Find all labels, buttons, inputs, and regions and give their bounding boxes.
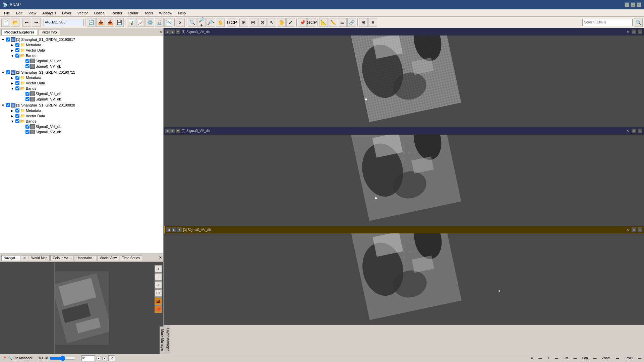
menu-optical[interactable]: Optical bbox=[91, 10, 108, 16]
dataset-3-vh-row[interactable]: Sigma0_VH_db bbox=[1, 124, 163, 129]
gcp-button[interactable]: GCP bbox=[228, 18, 236, 27]
chart-button[interactable]: 📊 bbox=[127, 18, 135, 27]
dataset-3-metadata-row[interactable]: ▶ 📁 Metadata bbox=[1, 108, 163, 113]
tool3-button[interactable]: ⊠ bbox=[258, 18, 267, 27]
minimize-button[interactable]: ─ bbox=[625, 2, 629, 7]
nav-zoom-actual-button[interactable]: 1:1 bbox=[155, 289, 162, 297]
dataset-2-row[interactable]: ▼ S [2] Shanghai_S1_GRDM_20190711 bbox=[1, 70, 163, 75]
nav-zoom-fit-button[interactable]: ⤢ bbox=[155, 281, 162, 289]
menu-vector[interactable]: Vector bbox=[75, 10, 91, 16]
tab-colour-manip[interactable]: Colour Ma... bbox=[50, 255, 73, 261]
status-slider[interactable] bbox=[49, 356, 76, 360]
viewer-2-close[interactable]: ✕ bbox=[626, 129, 629, 133]
maximize-button[interactable]: □ bbox=[631, 2, 635, 7]
tab-product-explorer[interactable]: Product Explorer bbox=[1, 29, 37, 35]
viewer-3-next[interactable]: ▶ bbox=[172, 227, 176, 232]
gcp2-button[interactable]: GCP bbox=[307, 18, 316, 27]
bands-3-checkbox[interactable] bbox=[15, 119, 19, 123]
zoom-in-button[interactable]: 🔎+ bbox=[197, 18, 206, 27]
viewer-2-prev[interactable]: ◀ bbox=[165, 129, 170, 133]
tab-uncertainty[interactable]: Uncertaint... bbox=[74, 255, 97, 261]
dataset-2-vv-row[interactable]: Sigma0_VV_db bbox=[1, 96, 163, 102]
metadata-1-checkbox[interactable] bbox=[15, 43, 19, 47]
menu-layer[interactable]: Layer bbox=[59, 10, 74, 16]
vectordata-2-checkbox[interactable] bbox=[15, 81, 19, 85]
metadata-3-checkbox[interactable] bbox=[15, 108, 19, 113]
tab-pixel-info[interactable]: Pixel Info bbox=[39, 29, 60, 35]
angle-down-button[interactable]: ▼ bbox=[102, 357, 107, 360]
dataset-2-vh-row[interactable]: Sigma0_VH_db bbox=[1, 91, 163, 96]
vv-1-checkbox[interactable] bbox=[25, 64, 30, 68]
viewer-1-maximize[interactable]: □ bbox=[638, 29, 642, 34]
tab-mask-manager[interactable]: Mask Manager bbox=[160, 327, 165, 354]
profile-button[interactable]: 📉 bbox=[164, 18, 173, 27]
tab-time-series[interactable]: Time Series bbox=[120, 255, 142, 261]
vh-3-checkbox[interactable] bbox=[25, 125, 30, 129]
histogram-button[interactable]: 📈 bbox=[136, 18, 145, 27]
sum-button[interactable]: Σ bbox=[176, 18, 185, 27]
viewer-1-menu[interactable]: ▼ bbox=[176, 29, 180, 34]
sync-button[interactable]: 🔗 bbox=[347, 18, 356, 27]
layers-button[interactable]: ≡ bbox=[368, 18, 377, 27]
grid-button[interactable]: ⊞ bbox=[359, 18, 368, 27]
bands-1-checkbox[interactable] bbox=[15, 54, 19, 58]
menu-view[interactable]: View bbox=[26, 10, 39, 16]
zoom-out-button[interactable]: 🔎- bbox=[207, 18, 215, 27]
search-input[interactable] bbox=[582, 19, 633, 26]
dataset-1-vectordata-row[interactable]: ▶ 📁 Vector Data bbox=[1, 48, 163, 53]
tab-layer-manager[interactable]: Layer Manager bbox=[165, 325, 170, 353]
dataset-2-vectordata-row[interactable]: ▶ 📁 Vector Data bbox=[1, 80, 163, 86]
import-button[interactable]: 📥 bbox=[106, 18, 114, 27]
nav-panel-close[interactable]: ✕ bbox=[159, 256, 162, 260]
zoom-input[interactable] bbox=[44, 19, 84, 26]
dataset-1-vh-row[interactable]: Sigma0_VH_db bbox=[1, 58, 163, 64]
vh-2-checkbox[interactable] bbox=[25, 92, 30, 96]
dataset-1-row[interactable]: ▼ S [1] Shanghai_S1_GRDM_20190617 bbox=[1, 37, 163, 42]
angle-up-button[interactable]: ▲ bbox=[96, 357, 101, 360]
tab-navigator[interactable]: Navigat... bbox=[1, 255, 20, 261]
search-toolbar-button[interactable]: 🔍 bbox=[188, 18, 196, 27]
menu-tools[interactable]: Tools bbox=[142, 10, 156, 16]
vectordata-1-checkbox[interactable] bbox=[15, 48, 19, 52]
scatter-button[interactable]: ⚙️ bbox=[145, 18, 154, 27]
spectra-button[interactable]: 🔬 bbox=[155, 18, 164, 27]
viewer-2-maximize[interactable]: □ bbox=[638, 129, 642, 133]
cursor-button[interactable]: ↖ bbox=[268, 18, 276, 27]
pin-manager-label[interactable]: Pin Manager bbox=[13, 356, 33, 360]
vv-2-checkbox[interactable] bbox=[25, 97, 30, 101]
nav-zoom-in-button[interactable]: + bbox=[155, 265, 162, 273]
dataset-3-checkbox[interactable] bbox=[6, 103, 10, 107]
pan-button[interactable]: ✋ bbox=[216, 18, 225, 27]
dataset-1-bands-row[interactable]: ▼ 📂 Bands bbox=[1, 53, 163, 58]
tool2-button[interactable]: ⊟ bbox=[249, 18, 257, 27]
viewer-1-restore[interactable]: ▭ bbox=[632, 29, 636, 34]
nav-zoom-out-button[interactable]: − bbox=[155, 273, 162, 281]
dataset-1-metadata-row[interactable]: ▶ 📁 Metadata bbox=[1, 42, 163, 48]
dataset-3-row[interactable]: ▼ S [3] Shanghai_S1_GRDM_20190828 bbox=[1, 102, 163, 108]
angle-input[interactable] bbox=[81, 355, 95, 361]
viewer-1-next[interactable]: ▶ bbox=[170, 29, 175, 34]
viewer-3-menu[interactable]: ▼ bbox=[177, 227, 182, 232]
viewer-1-prev[interactable]: ◀ bbox=[165, 29, 170, 34]
viewer-3-restore[interactable]: ▭ bbox=[632, 227, 636, 232]
vectordata-3-checkbox[interactable] bbox=[15, 114, 19, 118]
pin-button[interactable]: 📌 bbox=[298, 18, 307, 27]
dataset-3-vectordata-row[interactable]: ▶ 📁 Vector Data bbox=[1, 113, 163, 119]
dataset-2-metadata-row[interactable]: ▶ 📁 Metadata bbox=[1, 75, 163, 80]
dataset-2-bands-row[interactable]: ▼ 📂 Bands bbox=[1, 86, 163, 91]
dataset-2-checkbox[interactable] bbox=[6, 70, 10, 74]
menu-edit[interactable]: Edit bbox=[13, 10, 25, 16]
nav-sync-button[interactable]: ⊞ bbox=[155, 297, 162, 305]
dataset-1-checkbox[interactable] bbox=[6, 38, 10, 42]
menu-raster[interactable]: Raster bbox=[109, 10, 125, 16]
menu-window[interactable]: Window bbox=[156, 10, 175, 16]
vh-1-checkbox[interactable] bbox=[25, 59, 30, 63]
dataset-3-bands-row[interactable]: ▼ 📂 Bands bbox=[1, 119, 163, 124]
help-button[interactable]: ? bbox=[108, 355, 115, 361]
export-button[interactable]: 📤 bbox=[96, 18, 105, 27]
hand-button[interactable]: 🖐 bbox=[277, 18, 286, 27]
draw-button[interactable]: ✏️ bbox=[329, 18, 337, 27]
viewer-3-close[interactable]: ✕ bbox=[626, 228, 629, 232]
viewer-2-restore[interactable]: ▭ bbox=[632, 129, 636, 133]
menu-file[interactable]: File bbox=[1, 10, 13, 16]
